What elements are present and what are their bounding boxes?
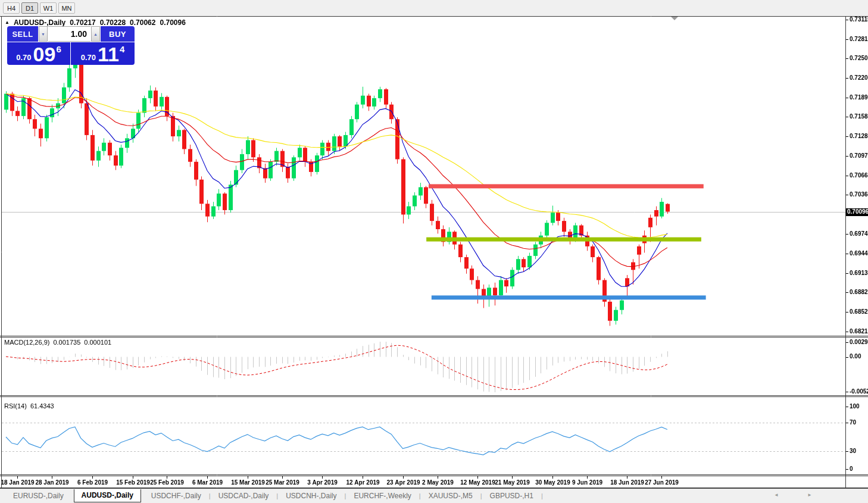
buy-price-pips: 11 [98,42,119,65]
buy-price-prefix: 0.70 [81,53,96,62]
sell-price-point: 6 [56,44,61,54]
ohlc-close-value: 0.70096 [160,18,185,27]
ohlc-high-value: 0.70228 [100,18,126,27]
macd-name: MACD(12,26,9) [4,339,49,346]
one-click-trade-panel: SELL ▼ ▲ BUY 0.70 09 6 0.70 11 4 [7,26,135,65]
timeframe-button-d1[interactable]: D1 [21,2,38,14]
macd-signal-value: 0.000101 [84,339,111,346]
ohlc-open-value: 0.70217 [70,18,95,27]
mt4-window: { "toolbar": { "timeframes": [ {"label":… [0,0,868,503]
sell-price-pips: 09 [33,42,56,65]
buy-price-display[interactable]: 0.70 11 4 [71,42,135,65]
ohlc-low-value: 0.70062 [130,18,155,27]
chart-canvas[interactable] [0,0,868,503]
chart-tab-eurusd-daily[interactable]: EURUSD-,Daily [6,490,71,502]
buy-button[interactable]: BUY [101,26,135,42]
timeframe-button-w1[interactable]: W1 [40,2,57,14]
volume-input[interactable] [48,26,90,42]
sell-button[interactable]: SELL [7,26,38,42]
rsi-value: 61.4343 [30,402,54,410]
one-click-panel-toggle-icon[interactable]: ▲ [5,20,10,25]
chart-header: ▲ AUDUSD-,Daily 0.70217 0.70228 0.70062 … [5,18,186,27]
chart-tab-usdcnh-daily[interactable]: USDCNH-,Daily [279,490,344,502]
tab-separator: | [541,492,543,499]
chart-tab-gbpusd-h1[interactable]: GBPUSD-,H1 [483,490,541,502]
rsi-name: RSI(14) [4,402,27,410]
buy-price-point: 4 [120,44,124,54]
sell-price-display[interactable]: 0.70 09 6 [7,42,70,65]
tab-separator: | [419,492,421,499]
volume-decrease-button[interactable]: ▼ [39,26,48,42]
chart-symbol-label: AUDUSD-,Daily [14,18,65,27]
timeframe-button-h4[interactable]: H4 [3,2,20,14]
chart-tab-usdchf-daily[interactable]: USDCHF-,Daily [144,490,208,502]
tab-separator: | [276,492,278,499]
chart-tabs: ◄ ► EURUSD-,Daily|AUDUSD-,Daily|USDCHF-,… [0,488,868,503]
rsi-indicator-label: RSI(14) 61.4343 [4,402,54,410]
tab-scroll-right-icon[interactable]: ► [807,492,812,498]
chart-tab-usdcad-daily[interactable]: USDCAD-,Daily [211,490,276,502]
tab-separator: | [345,492,346,499]
macd-main-value: 0.001735 [53,339,80,346]
timeframe-button-mn[interactable]: MN [58,2,75,14]
volume-increase-button[interactable]: ▲ [91,26,100,42]
chevron-down-icon: ▼ [41,32,45,36]
timeframe-toolbar: H4 D1 W1 MN [0,0,868,16]
tab-separator: | [480,492,482,499]
sell-price-prefix: 0.70 [16,53,31,62]
chart-tab-audusd-daily[interactable]: AUDUSD-,Daily [74,489,141,502]
chevron-up-icon: ▲ [93,32,98,36]
scroll-to-end-marker[interactable] [671,17,678,20]
chart-tab-eurchf-weekly[interactable]: EURCHF-,Weekly [346,490,418,502]
chart-tab-xauusd-m5[interactable]: XAUUSD-,M5 [421,490,480,502]
macd-indicator-label: MACD(12,26,9) 0.001735 0.000101 [4,339,111,346]
tab-separator: | [209,492,211,499]
tab-scroll-left-icon[interactable]: ◄ [774,492,779,498]
